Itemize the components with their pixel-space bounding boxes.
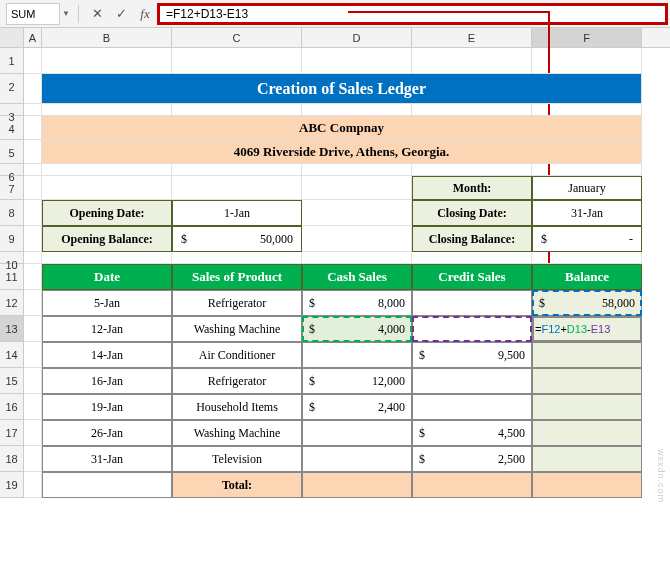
row-header[interactable]: 15	[0, 368, 23, 394]
cell-date[interactable]: 5-Jan	[42, 290, 172, 316]
cell-cash[interactable]: $8,000	[302, 290, 412, 316]
value: 4,000	[378, 322, 405, 337]
cell-empty[interactable]	[42, 472, 172, 498]
cell-balance[interactable]	[532, 368, 642, 394]
row-header[interactable]: 9	[0, 226, 23, 252]
fx-icon[interactable]: fx	[133, 6, 157, 22]
cell-balance[interactable]: $58,000	[532, 290, 642, 316]
currency-symbol: $	[419, 452, 425, 467]
cell-product[interactable]: Air Conditioner	[172, 342, 302, 368]
currency-symbol: $	[419, 348, 425, 363]
cell-balance[interactable]	[532, 446, 642, 472]
cell-balance[interactable]	[532, 420, 642, 446]
cell-date[interactable]: 31-Jan	[42, 446, 172, 472]
cell-credit[interactable]: $4,500	[412, 420, 532, 446]
row-header[interactable]: 1	[0, 48, 23, 74]
cell-product[interactable]: Refrigerator	[172, 368, 302, 394]
cell-date[interactable]: 19-Jan	[42, 394, 172, 420]
cell-date[interactable]: 12-Jan	[42, 316, 172, 342]
currency-symbol: $	[539, 296, 545, 311]
enter-icon[interactable]: ✓	[109, 6, 133, 21]
row-header[interactable]: 7	[0, 176, 23, 200]
cell-cash[interactable]: $4,000	[302, 316, 412, 342]
month-value[interactable]: January	[532, 176, 642, 200]
closing-date-value[interactable]: 31-Jan	[532, 200, 642, 226]
company-name: ABC Compnay	[42, 116, 642, 140]
row-header[interactable]: 4	[0, 116, 23, 140]
select-all[interactable]	[0, 28, 24, 47]
opening-date-label: Opening Date:	[42, 200, 172, 226]
opening-balance-value[interactable]: $50,000	[172, 226, 302, 252]
cell-credit[interactable]	[412, 394, 532, 420]
row-header[interactable]: 16	[0, 394, 23, 420]
row-header[interactable]: 2	[0, 74, 23, 104]
col-cash: Cash Sales	[302, 264, 412, 290]
total-label: Total:	[172, 472, 302, 498]
cell-credit[interactable]	[412, 316, 532, 342]
opening-balance-label: Opening Balance:	[42, 226, 172, 252]
col-header-F[interactable]: F	[532, 28, 642, 47]
value: 2,400	[378, 400, 405, 415]
value: 9,500	[498, 348, 525, 363]
row-header[interactable]: 17	[0, 420, 23, 446]
cell-cash[interactable]	[302, 342, 412, 368]
total-credit[interactable]	[412, 472, 532, 498]
row-header[interactable]: 13	[0, 316, 23, 342]
cell-date[interactable]: 16-Jan	[42, 368, 172, 394]
row-header[interactable]: 12	[0, 290, 23, 316]
col-header-C[interactable]: C	[172, 28, 302, 47]
row-header[interactable]: 5	[0, 140, 23, 164]
col-balance: Balance	[532, 264, 642, 290]
cell-cash[interactable]: $12,000	[302, 368, 412, 394]
closing-balance-value[interactable]: $-	[532, 226, 642, 252]
col-header-B[interactable]: B	[42, 28, 172, 47]
row-header[interactable]: 10	[0, 252, 23, 264]
grid[interactable]: Creation of Sales Ledger ABC Compnay 406…	[24, 48, 670, 498]
value: 58,000	[602, 296, 635, 311]
row-header[interactable]: 19	[0, 472, 23, 498]
cell-credit[interactable]: $2,500	[412, 446, 532, 472]
cell-balance[interactable]	[532, 342, 642, 368]
value: 4,500	[498, 426, 525, 441]
cell-cash[interactable]: $2,400	[302, 394, 412, 420]
name-box-dropdown-icon[interactable]: ▼	[60, 9, 72, 18]
cell-cash[interactable]	[302, 446, 412, 472]
cell-product[interactable]: Washing Machine	[172, 420, 302, 446]
row-header[interactable]: 6	[0, 164, 23, 176]
currency-symbol: $	[309, 374, 315, 389]
value: 2,500	[498, 452, 525, 467]
cell-product[interactable]: Washing Machine	[172, 316, 302, 342]
formula-input[interactable]: =F12+D13-E13	[157, 3, 668, 25]
cell-cash[interactable]	[302, 420, 412, 446]
row-header[interactable]: 8	[0, 200, 23, 226]
opening-date-value[interactable]: 1-Jan	[172, 200, 302, 226]
cell-date[interactable]: 26-Jan	[42, 420, 172, 446]
cell-balance[interactable]	[532, 394, 642, 420]
cell-credit[interactable]: $9,500	[412, 342, 532, 368]
cell-product[interactable]: Refrigerator	[172, 290, 302, 316]
company-address: 4069 Riverside Drive, Athens, Georgia.	[42, 140, 642, 164]
row-header[interactable]: 3	[0, 104, 23, 116]
cell-balance-editing[interactable]: =F12+D13-E13	[532, 316, 642, 342]
total-balance[interactable]	[532, 472, 642, 498]
col-header-D[interactable]: D	[302, 28, 412, 47]
formula-bar: SUM ▼ ✕ ✓ fx =F12+D13-E13	[0, 0, 670, 28]
month-label: Month:	[412, 176, 532, 200]
row-header[interactable]: 18	[0, 446, 23, 472]
value: 12,000	[372, 374, 405, 389]
total-cash[interactable]	[302, 472, 412, 498]
col-header-E[interactable]: E	[412, 28, 532, 47]
cell-product[interactable]: Household Items	[172, 394, 302, 420]
col-header-A[interactable]: A	[24, 28, 42, 47]
name-box[interactable]: SUM	[6, 3, 60, 25]
closing-date-label: Closing Date:	[412, 200, 532, 226]
currency-symbol: $	[181, 232, 187, 247]
row-header[interactable]: 14	[0, 342, 23, 368]
row-header[interactable]: 11	[0, 264, 23, 290]
cell-credit[interactable]	[412, 368, 532, 394]
cell-date[interactable]: 14-Jan	[42, 342, 172, 368]
cell-product[interactable]: Television	[172, 446, 302, 472]
cell-credit[interactable]	[412, 290, 532, 316]
col-date: Date	[42, 264, 172, 290]
cancel-icon[interactable]: ✕	[85, 6, 109, 21]
